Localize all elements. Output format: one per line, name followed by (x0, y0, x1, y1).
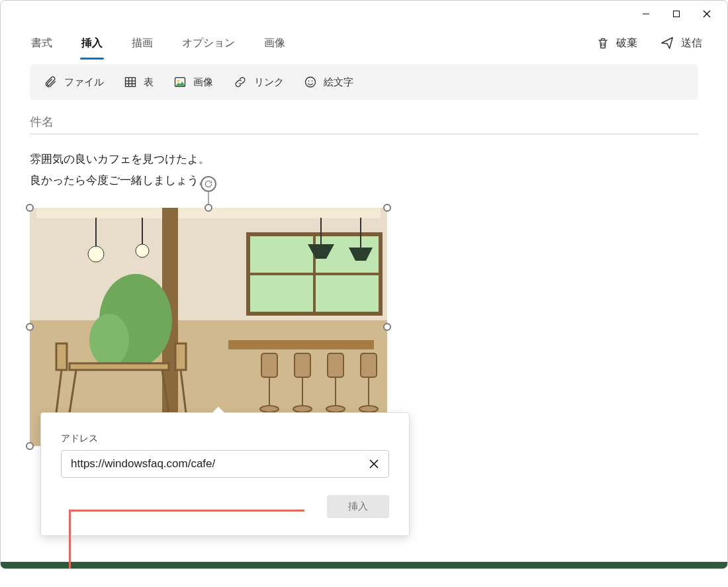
svg-rect-1 (674, 11, 680, 17)
emoji-icon (304, 75, 317, 89)
svg-point-29 (260, 406, 279, 412)
insert-table-button[interactable]: 表 (124, 75, 154, 89)
ribbon-actions: 破棄 送信 (591, 32, 707, 54)
send-label: 送信 (681, 36, 702, 50)
attachment-icon (44, 75, 58, 89)
discard-label: 破棄 (616, 36, 637, 50)
svg-point-35 (326, 406, 345, 412)
maximize-icon (672, 10, 680, 18)
ribbon-tabs-row: 書式 挿入 描画 オプション 画像 破棄 送信 (1, 27, 727, 59)
close-icon (702, 9, 711, 19)
body-line-2: 良かったら今度ご一緒しましょう。 (30, 170, 698, 191)
insert-file-label: ファイル (64, 76, 104, 89)
compose-window: 書式 挿入 描画 オプション 画像 破棄 送信 ファイル 表 (0, 0, 728, 569)
svg-rect-33 (328, 353, 343, 377)
svg-point-7 (306, 77, 316, 87)
tab-draw[interactable]: 描画 (130, 32, 154, 54)
send-icon (660, 36, 674, 50)
resize-handle-ml[interactable] (26, 323, 34, 331)
subject-field[interactable]: 件名 (30, 109, 698, 134)
insert-emoji-label: 絵文字 (324, 76, 353, 89)
insert-toolbar: ファイル 表 画像 リンク 絵文字 (30, 64, 698, 100)
inserted-image-selection[interactable] (30, 208, 387, 446)
popup-insert-button[interactable]: 挿入 (327, 495, 389, 518)
close-icon (369, 459, 379, 469)
tab-picture[interactable]: 画像 (263, 32, 287, 54)
svg-point-9 (312, 81, 313, 82)
svg-rect-26 (228, 340, 374, 349)
tab-options[interactable]: オプション (181, 32, 236, 54)
svg-point-21 (136, 244, 149, 257)
maximize-button[interactable] (661, 3, 692, 24)
insert-image-button[interactable]: 画像 (173, 75, 213, 89)
clear-address-button[interactable] (366, 456, 382, 472)
resize-handle-tl[interactable] (26, 204, 34, 212)
resize-handle-bl[interactable] (26, 442, 34, 450)
svg-point-32 (293, 406, 312, 412)
link-icon (233, 75, 248, 89)
image-icon (173, 75, 187, 89)
svg-point-38 (359, 406, 378, 412)
svg-rect-4 (126, 77, 136, 86)
popup-caret (212, 407, 225, 414)
insert-image-label: 画像 (193, 76, 213, 89)
address-input[interactable] (71, 457, 366, 471)
insert-emoji-button[interactable]: 絵文字 (304, 75, 353, 89)
tab-format[interactable]: 書式 (30, 32, 54, 54)
rotate-handle[interactable] (201, 176, 216, 192)
rotate-stem (208, 192, 209, 204)
resize-handle-tr[interactable] (383, 204, 391, 212)
message-body[interactable]: 雰囲気の良いカフェを見つけたよ。 良かったら今度ご一緒しましょう。 (30, 149, 698, 446)
subject-placeholder: 件名 (30, 114, 54, 130)
resize-handle-mr[interactable] (383, 323, 391, 331)
svg-rect-44 (175, 343, 186, 370)
svg-point-8 (308, 81, 310, 82)
svg-point-19 (88, 246, 104, 262)
insert-link-label: リンク (254, 76, 284, 89)
insert-file-button[interactable]: ファイル (44, 75, 104, 89)
rotate-icon (204, 179, 213, 189)
address-input-wrap (61, 450, 389, 478)
trash-icon (596, 36, 610, 50)
minimize-button[interactable] (631, 3, 661, 24)
svg-rect-39 (69, 363, 169, 370)
svg-rect-27 (261, 353, 277, 377)
titlebar (1, 1, 727, 27)
svg-point-25 (89, 314, 129, 367)
insert-table-label: 表 (144, 76, 154, 89)
tab-insert[interactable]: 挿入 (80, 32, 104, 54)
resize-handle-tm[interactable] (205, 204, 212, 212)
svg-rect-42 (56, 343, 67, 370)
annotation-bracket (69, 510, 304, 569)
tab-bar: 書式 挿入 描画 オプション 画像 (30, 32, 591, 54)
discard-button[interactable]: 破棄 (591, 32, 643, 54)
send-button[interactable]: 送信 (655, 32, 707, 54)
table-icon (124, 75, 137, 89)
cafe-image (30, 208, 387, 446)
svg-rect-30 (295, 353, 310, 377)
close-button[interactable] (692, 3, 722, 24)
minimize-icon (642, 10, 650, 18)
svg-point-6 (177, 80, 179, 82)
body-line-1: 雰囲気の良いカフェを見つけたよ。 (30, 149, 698, 170)
insert-link-button[interactable]: リンク (233, 75, 284, 89)
svg-rect-36 (361, 353, 377, 377)
address-label: アドレス (61, 433, 389, 445)
